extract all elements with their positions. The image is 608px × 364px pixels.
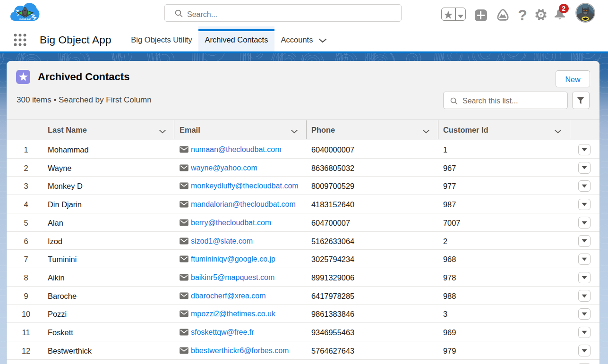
svg-text:CLOUD BAT: CLOUD BAT bbox=[19, 18, 31, 20]
